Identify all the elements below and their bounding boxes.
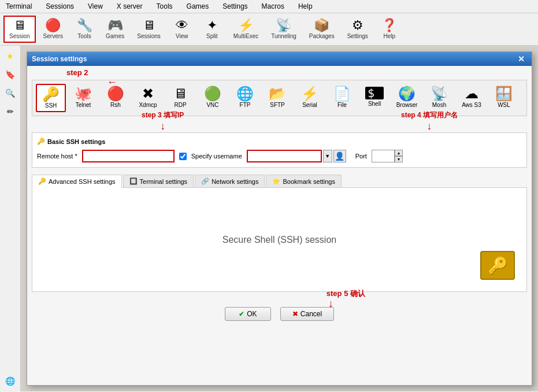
proto-file[interactable]: 📄 File — [327, 84, 357, 112]
proto-sftp[interactable]: 📂 SFTP — [262, 84, 292, 112]
settings-tab-bar: 🔑 Advanced SSH settings 🔲 Terminal setti… — [32, 175, 527, 188]
proto-awss3[interactable]: ☁ Aws S3 — [457, 84, 487, 112]
side-bookmark-btn[interactable]: 🔖 — [2, 66, 18, 83]
side-edit-btn[interactable]: ✏ — [2, 103, 18, 120]
ssh-form-row: Remote host * Specify username ▼ 👤 Port — [37, 150, 522, 162]
dialog-close-button[interactable]: ✕ — [515, 54, 527, 64]
tab-terminal-settings[interactable]: 🔲 Terminal settings — [123, 175, 194, 187]
advanced-ssh-icon: 🔑 — [38, 177, 46, 185]
tab-advanced-ssh[interactable]: 🔑 Advanced SSH settings — [32, 175, 122, 188]
menu-macros[interactable]: Macros — [258, 1, 288, 12]
username-input[interactable] — [247, 150, 322, 162]
toolbar-settings[interactable]: ⚙ Settings — [342, 16, 373, 42]
ssh-icon-small: 🔑 — [37, 138, 45, 145]
toolbar-settings-label: Settings — [347, 33, 368, 39]
menu-games[interactable]: Games — [183, 1, 213, 12]
ssh-settings-wrapper: step 3 填写IP ↓ step 4 填写用户名 ↓ 🔑 Basic SSH… — [32, 121, 527, 168]
side-globe-btn[interactable]: 🌐 — [2, 373, 18, 389]
step3-annotation: step 3 填写IP ↓ — [142, 110, 184, 132]
cancel-button[interactable]: ✖ Cancel — [280, 307, 334, 321]
ok-button[interactable]: ✔ OK — [225, 307, 271, 321]
toolbar-tools[interactable]: 🔧 Tools — [71, 16, 98, 42]
menu-bar: Terminal Sessions View X server Tools Ga… — [0, 0, 538, 13]
toolbar-split[interactable]: ✦ Split — [198, 16, 226, 42]
specify-username-label[interactable]: Specify username — [191, 153, 242, 160]
session-settings-dialog: Session settings ✕ step 2 ← 🔑 SSH — [27, 51, 532, 386]
user-icon-button[interactable]: 👤 — [333, 150, 346, 162]
port-spin-down[interactable]: ▼ — [395, 156, 403, 162]
split-icon: ✦ — [207, 19, 217, 32]
file-icon: 📄 — [333, 87, 351, 101]
step4-annotation: step 4 填写用户名 ↓ — [401, 110, 458, 132]
toolbar-split-label: Split — [206, 33, 217, 39]
proto-serial[interactable]: ⚡ Serial — [295, 84, 325, 112]
toolbar-games[interactable]: 🎮 Games — [101, 16, 129, 42]
proto-rdp[interactable]: 🖥 RDP — [165, 84, 195, 112]
shell-label: Shell — [368, 101, 381, 107]
port-spin-up[interactable]: ▲ — [395, 150, 403, 156]
remote-host-input[interactable] — [82, 150, 175, 162]
browser-icon: 🌍 — [398, 87, 415, 101]
toolbar-help[interactable]: ❓ Help — [376, 16, 403, 42]
side-search-btn[interactable]: 🔍 — [2, 85, 18, 101]
port-spinbox: 22 ▲ ▼ — [372, 150, 403, 162]
toolbar-tunneling-label: Tunneling — [271, 33, 296, 39]
proto-ssh[interactable]: 🔑 SSH — [36, 84, 66, 112]
sftp-icon: 📂 — [269, 87, 286, 101]
toolbar-session[interactable]: 🖥 Session — [3, 16, 36, 43]
proto-xdmcp[interactable]: ✖ Xdmcp — [133, 84, 163, 112]
menu-terminal[interactable]: Terminal — [2, 1, 35, 12]
network-settings-icon: 🔗 — [201, 177, 209, 185]
proto-rsh[interactable]: 🔴 Rsh — [101, 84, 131, 112]
servers-icon: 🔴 — [45, 19, 61, 32]
menu-sessions[interactable]: Sessions — [42, 1, 77, 12]
menu-help[interactable]: Help — [295, 1, 316, 12]
tab-content-area: Secure Shell (SSH) session 🔑 — [32, 188, 527, 292]
toolbar-tunneling[interactable]: 📡 Tunneling — [266, 16, 302, 42]
proto-ftp[interactable]: 🌐 FTP — [230, 84, 260, 112]
proto-vnc[interactable]: 🟢 VNC — [198, 84, 228, 112]
menu-settings[interactable]: Settings — [219, 1, 251, 12]
port-input[interactable]: 22 — [372, 150, 395, 162]
toolbar-sessions[interactable]: 🖥 Sessions — [132, 16, 166, 42]
toolbar-servers-label: Servers — [43, 33, 63, 39]
tab-content-text: Secure Shell (SSH) session — [222, 235, 336, 245]
menu-view[interactable]: View — [84, 1, 106, 12]
tunneling-icon: 📡 — [276, 19, 291, 32]
proto-browser[interactable]: 🌍 Browser — [392, 84, 422, 112]
session-icon: 🖥 — [13, 19, 26, 32]
dialog-button-row: ✔ OK ✖ Cancel — [32, 301, 527, 327]
settings-tabs-area: 🔑 Advanced SSH settings 🔲 Terminal setti… — [32, 175, 527, 292]
view-icon: 👁 — [176, 19, 188, 32]
sessions-icon: 🖥 — [143, 19, 155, 32]
specify-username-checkbox[interactable] — [179, 153, 187, 160]
proto-mosh[interactable]: 📡 Mosh — [424, 84, 454, 112]
menu-tools[interactable]: Tools — [153, 1, 176, 12]
proto-wsl[interactable]: 🪟 WSL — [489, 84, 519, 112]
ssh-icon: 🔑 — [42, 87, 60, 101]
toolbar-view-label: View — [176, 33, 188, 39]
ok-icon: ✔ — [239, 310, 244, 318]
toolbar-multiexec[interactable]: ⚡ MultiExec — [228, 16, 264, 42]
toolbar-packages[interactable]: 📦 Packages — [304, 16, 340, 42]
key-icon-big: 🔑 — [480, 251, 515, 280]
proto-telnet[interactable]: 🐙 Telnet — [68, 84, 98, 112]
rdp-icon: 🖥 — [173, 87, 187, 101]
menu-xserver[interactable]: X server — [113, 1, 146, 12]
tab-bookmark-settings[interactable]: ⭐ Bookmark settings — [266, 175, 341, 187]
tab-network-settings[interactable]: 🔗 Network settings — [195, 175, 265, 187]
username-wrap: ▼ 👤 — [247, 150, 346, 162]
dialog-title-bar: Session settings ✕ — [27, 52, 532, 66]
proto-shell[interactable]: $_ Shell — [359, 84, 389, 112]
multiexec-icon: ⚡ — [238, 19, 254, 32]
rsh-icon: 🔴 — [107, 87, 124, 101]
help-icon: ❓ — [381, 19, 397, 32]
port-label: Port — [355, 153, 367, 160]
toolbar-servers[interactable]: 🔴 Servers — [38, 16, 68, 42]
side-star-btn[interactable]: ★ — [2, 48, 18, 64]
vnc-icon: 🟢 — [204, 87, 221, 101]
toolbar-view[interactable]: 👁 View — [168, 16, 196, 42]
tools-icon: 🔧 — [77, 19, 92, 32]
toolbar-multiexec-label: MultiExec — [233, 33, 258, 39]
username-dropdown-arrow[interactable]: ▼ — [323, 150, 332, 162]
